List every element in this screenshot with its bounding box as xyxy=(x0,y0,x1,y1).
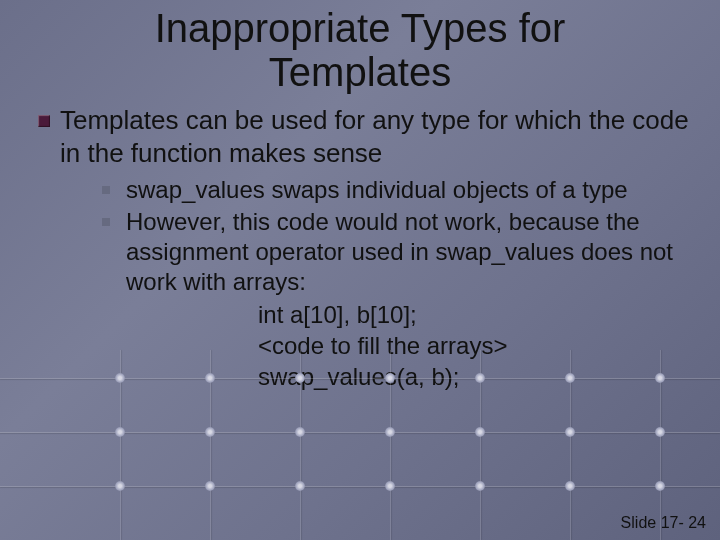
sub-bullet-square-icon xyxy=(102,218,110,226)
title-line-1: Inappropriate Types for xyxy=(155,6,566,50)
code-block: int a[10], b[10]; <code to fill the arra… xyxy=(38,299,690,393)
sub-bullet-text: However, this code would not work, becau… xyxy=(126,207,690,297)
title-line-2: Templates xyxy=(269,50,451,94)
sub-bullet: swap_values swaps individual objects of … xyxy=(102,175,690,205)
sub-bullet-text: swap_values swaps individual objects of … xyxy=(126,175,690,205)
main-bullet-text: Templates can be used for any type for w… xyxy=(60,104,690,169)
code-line: <code to fill the arrays> xyxy=(258,330,690,361)
code-line: swap_values(a, b); xyxy=(258,361,690,392)
bullet-square-icon xyxy=(38,115,50,127)
sub-bullet: However, this code would not work, becau… xyxy=(102,207,690,297)
sub-bullet-list: swap_values swaps individual objects of … xyxy=(38,169,690,297)
content-area: Templates can be used for any type for w… xyxy=(0,94,720,393)
main-bullet: Templates can be used for any type for w… xyxy=(38,104,690,169)
slide-title: Inappropriate Types for Templates xyxy=(0,0,720,94)
slide-number: Slide 17- 24 xyxy=(621,514,706,532)
code-line: int a[10], b[10]; xyxy=(258,299,690,330)
slide: Inappropriate Types for Templates Templa… xyxy=(0,0,720,540)
sub-bullet-square-icon xyxy=(102,186,110,194)
